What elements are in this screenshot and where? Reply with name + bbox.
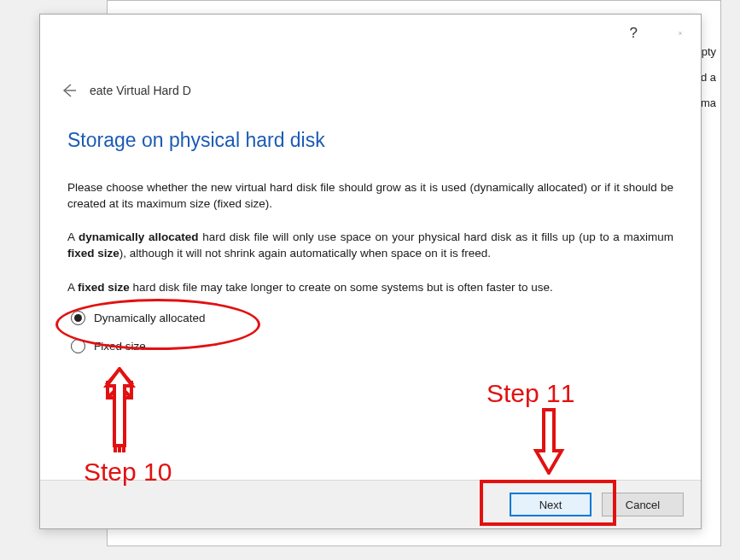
radio-indicator-icon — [71, 339, 85, 353]
back-button[interactable] — [59, 81, 78, 100]
radio-label: Dynamically allocated — [94, 312, 206, 324]
close-icon — [679, 27, 682, 39]
fixed-paragraph: A fixed size hard disk file may take lon… — [67, 279, 673, 295]
storage-type-radio-group: Dynamically allocated Fixed size — [67, 311, 673, 353]
cancel-button[interactable]: Cancel — [602, 493, 684, 516]
create-virtual-hard-disk-dialog: ? eate Virtual Hard D Storage on physica… — [39, 14, 702, 529]
intro-paragraph: Please choose whether the new virtual ha… — [67, 179, 673, 212]
back-arrow-icon — [61, 83, 76, 98]
radio-label: Fixed size — [94, 340, 146, 353]
dialog-content: Storage on physical hard disk Please cho… — [40, 100, 701, 480]
titlebar: ? — [40, 15, 701, 52]
close-button[interactable] — [672, 25, 689, 42]
help-button[interactable]: ? — [623, 21, 644, 45]
breadcrumb: eate Virtual Hard D — [90, 84, 191, 97]
back-row: eate Virtual Hard D — [40, 52, 701, 100]
radio-indicator-icon — [71, 311, 85, 325]
next-button[interactable]: Next — [510, 493, 591, 516]
radio-dynamically-allocated[interactable]: Dynamically allocated — [71, 311, 673, 325]
dynamic-paragraph: A dynamically allocated hard disk file w… — [67, 229, 673, 261]
page-title: Storage on physical hard disk — [67, 129, 673, 152]
radio-fixed-size[interactable]: Fixed size — [71, 339, 673, 353]
button-bar: Next Cancel — [40, 480, 701, 528]
